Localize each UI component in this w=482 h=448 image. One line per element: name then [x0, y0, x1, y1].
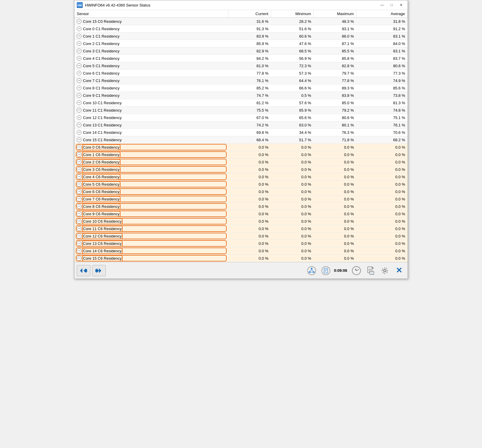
- sensor-row-icon: [77, 137, 81, 142]
- sensor-name-cell: Core 1 C1 Residency: [74, 33, 228, 40]
- table-row: Core 0 C6 Residency0.0 %0.0 %0.0 %0.0 %: [74, 144, 408, 151]
- col-header-minimum: Minimum: [271, 10, 313, 18]
- sensor-current: 69.8 %: [228, 129, 271, 136]
- sensor-name: Core 8 C1 Residency: [83, 86, 120, 90]
- sensor-avg: 84.0 %: [356, 40, 407, 47]
- sensor-current: 74.7 %: [228, 92, 271, 99]
- sensor-max: 93.1 %: [313, 25, 356, 33]
- sensor-row-icon: [77, 19, 81, 24]
- sensor-table: Sensor Current Minimum Maximum Average C…: [74, 10, 408, 262]
- sensor-name-cell: Core 3 C6 Residency: [74, 166, 228, 173]
- table-row: Core 10 C1 Residency81.2 %57.6 %85.0 %81…: [74, 99, 408, 107]
- table-row: Core 15 C6 Residency0.0 %0.0 %0.0 %0.0 %: [74, 255, 408, 262]
- sensor-min: 56.9 %: [271, 55, 313, 62]
- sensor-max: 0.0 %: [313, 151, 356, 158]
- sensor-min: 0.0 %: [271, 210, 313, 218]
- sensor-current: 85.9 %: [228, 40, 271, 47]
- sensor-avg: 0.0 %: [356, 181, 407, 188]
- exit-button[interactable]: ✕: [393, 265, 405, 276]
- sensor-row-icon: [77, 160, 81, 164]
- sensor-avg: 83.1 %: [356, 33, 407, 40]
- sensor-avg: 0.0 %: [356, 247, 407, 255]
- sensor-name: Core 6 C1 Residency: [83, 71, 120, 76]
- svg-point-15: [322, 266, 330, 275]
- sensor-name-cell: Core 7 C1 Residency: [74, 77, 228, 84]
- sensor-max: 0.0 %: [313, 232, 356, 240]
- sensor-name: Core 15 C6 Residency: [83, 256, 122, 261]
- sensor-current: 75.5 %: [228, 107, 271, 114]
- sensor-row-icon: [77, 71, 81, 76]
- sensor-max: 80.6 %: [313, 114, 356, 121]
- sensor-name-cell: Core 0 C1 Residency: [74, 25, 228, 33]
- network-icon-button[interactable]: [305, 265, 318, 276]
- table-row: Core 7 C6 Residency0.0 %0.0 %0.0 %0.0 %: [74, 195, 408, 203]
- table-row: Core 0 C1 Residency91.3 %51.6 %93.1 %91.…: [74, 25, 408, 33]
- sensor-min: 64.4 %: [271, 77, 313, 84]
- report-icon-button[interactable]: [320, 265, 332, 276]
- sensor-current: 81.2 %: [228, 99, 271, 107]
- sensor-name-cell: Core 12 C1 Residency: [74, 114, 228, 121]
- sensor-avg: 0.0 %: [356, 151, 407, 158]
- sensor-current: 67.0 %: [228, 114, 271, 121]
- sensor-min: 57.3 %: [271, 70, 313, 77]
- sensor-name: Core 11 C6 Residency: [83, 227, 122, 231]
- sensor-row-icon: [77, 226, 81, 231]
- table-row: Core 1 C6 Residency0.0 %0.0 %0.0 %0.0 %: [74, 151, 408, 158]
- sensor-avg: 0.0 %: [356, 210, 407, 218]
- sensor-table-area[interactable]: Sensor Current Minimum Maximum Average C…: [74, 10, 408, 262]
- sensor-avg: 73.8 %: [356, 92, 407, 99]
- sensor-name: Core 12 C6 Residency: [83, 234, 122, 238]
- table-row: Core 5 C1 Residency81.0 %72.3 %82.8 %80.…: [74, 62, 408, 70]
- sensor-name: Core 8 C6 Residency: [83, 204, 120, 209]
- sensor-name: Core 1 C1 Residency: [83, 34, 120, 38]
- sensor-min: 0.0 %: [271, 166, 313, 173]
- sensor-row-icon: [77, 86, 81, 90]
- table-row: Core 3 C1 Residency82.9 %68.5 %85.5 %83.…: [74, 47, 408, 55]
- sensor-max: 79.2 %: [313, 107, 356, 114]
- sensor-name-cell: Core 0 C6 Residency: [74, 144, 228, 151]
- sensor-avg: 0.0 %: [356, 173, 407, 181]
- sensor-avg: 0.0 %: [356, 255, 407, 262]
- nav-right-button[interactable]: [92, 265, 106, 276]
- settings-button[interactable]: [379, 265, 391, 276]
- sensor-current: 0.0 %: [228, 151, 271, 158]
- sensor-name: Core 12 C1 Residency: [83, 115, 122, 120]
- exit-x-icon: ✕: [396, 266, 402, 275]
- svg-text:+: +: [371, 272, 372, 274]
- sensor-name: Core 2 C6 Residency: [83, 160, 120, 164]
- sensor-row-icon: [77, 108, 81, 113]
- sensor-name-cell: Core 5 C1 Residency: [74, 62, 228, 70]
- svg-marker-2: [80, 268, 82, 273]
- table-row: Core 2 C1 Residency85.9 %47.6 %87.1 %84.…: [74, 40, 408, 47]
- sensor-name: Core 3 C6 Residency: [83, 167, 120, 172]
- sensor-row-icon: [77, 241, 81, 246]
- sensor-name-cell: Core 7 C6 Residency: [74, 195, 228, 203]
- sensor-row-icon: [77, 26, 81, 31]
- table-row: Core 4 C6 Residency0.0 %0.0 %0.0 %0.0 %: [74, 173, 408, 181]
- sensor-name-cell: Core 13 C1 Residency: [74, 121, 228, 129]
- table-row: Core 6 C1 Residency77.8 %57.3 %79.7 %77.…: [74, 70, 408, 77]
- sensor-min: 0.0 %: [271, 225, 313, 232]
- close-button[interactable]: ✕: [397, 2, 405, 8]
- minimize-button[interactable]: —: [378, 2, 386, 8]
- sensor-current: 74.2 %: [228, 121, 271, 129]
- sensor-avg: 83.7 %: [356, 55, 407, 62]
- sensor-min: 65.6 %: [271, 114, 313, 121]
- sensor-max: 0.0 %: [313, 240, 356, 247]
- table-row: Core 11 C6 Residency0.0 %0.0 %0.0 %0.0 %: [74, 225, 408, 232]
- sensor-avg: 74.8 %: [356, 107, 407, 114]
- sensor-row-icon: [77, 145, 81, 150]
- svg-line-12: [310, 269, 312, 272]
- sensor-current: 76.1 %: [228, 77, 271, 84]
- sensor-avg: 0.0 %: [356, 166, 407, 173]
- sensor-max: 0.0 %: [313, 158, 356, 166]
- clock-button[interactable]: [350, 265, 363, 276]
- table-row: Core 8 C6 Residency0.0 %0.0 %0.0 %0.0 %: [74, 203, 408, 210]
- sensor-current: 84.2 %: [228, 55, 271, 62]
- sensor-max: 48.3 %: [313, 18, 356, 25]
- col-header-average: Average: [356, 10, 407, 18]
- nav-left-button[interactable]: [77, 265, 90, 276]
- document-button[interactable]: +: [364, 265, 377, 276]
- maximize-button[interactable]: □: [387, 2, 396, 8]
- app-icon: HW: [77, 2, 83, 8]
